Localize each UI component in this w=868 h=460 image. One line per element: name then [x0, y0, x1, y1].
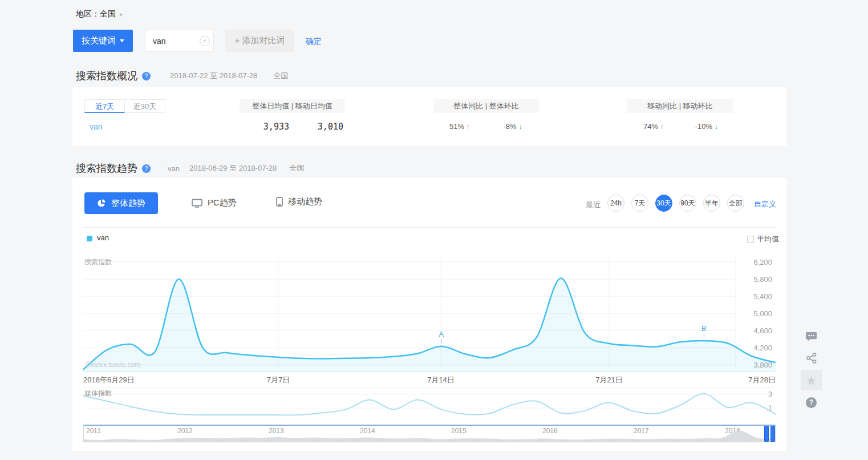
favorite-button[interactable]: ★	[801, 370, 822, 390]
add-compare-button[interactable]: + 添加对比词	[225, 30, 294, 52]
svg-text:3,800: 3,800	[753, 361, 772, 369]
trend-heading: 搜索指数趋势 ? van 2018-06-29 至 2018-07-28 全国	[76, 162, 304, 175]
svg-text:3: 3	[768, 390, 772, 398]
tab-overall-label: 整体趋势	[111, 198, 145, 209]
timeline-minimap	[84, 426, 775, 442]
feedback-button[interactable]	[801, 328, 822, 346]
range-30d[interactable]: 30天	[655, 195, 672, 212]
overall-qoq-cell: -8% ↓	[486, 122, 539, 131]
keyword-input-wrap: +	[145, 30, 214, 52]
keyword-input[interactable]	[145, 36, 200, 46]
mobile-avg-value: 3,010	[295, 122, 343, 132]
media-index-label: 媒体指数	[84, 389, 112, 398]
x-tick: 7月28日	[748, 375, 776, 385]
overview-help-icon[interactable]: ?	[142, 72, 151, 80]
overall-yoy-cell: 51% ↑	[433, 122, 486, 131]
tab-pc-label: PC趋势	[208, 197, 237, 208]
media-index-chart: 31	[83, 388, 776, 417]
overview-date-range: 2018-07-22 至 2018-07-28	[170, 71, 257, 81]
trend-region: 全国	[289, 163, 304, 173]
comment-icon	[805, 332, 817, 342]
range-half-year[interactable]: 半年	[703, 195, 720, 212]
overview-heading: 搜索指数概况 ? 2018-07-22 至 2018-07-28 全国	[76, 69, 288, 83]
timeline-handle-left[interactable]	[764, 426, 769, 442]
confirm-link[interactable]: 确定	[306, 37, 322, 47]
legend-label: van	[97, 233, 109, 242]
question-icon: ?	[806, 397, 817, 408]
overview-region: 全国	[273, 71, 288, 81]
timeline-handle-right[interactable]	[770, 426, 775, 442]
svg-text:4,600: 4,600	[753, 326, 772, 335]
add-keyword-icon[interactable]: +	[200, 36, 210, 46]
overview-card: 近7天 近30天 整体日均值 | 移动日均值 整体同比 | 整体环比 移动同比 …	[72, 87, 786, 146]
up-arrow-icon: ↑	[660, 122, 664, 131]
svg-text:5,400: 5,400	[753, 292, 772, 301]
keyword-link[interactable]: van	[90, 122, 103, 131]
x-axis-labels: 2018年6月29日 7月7日 7月14日 7月21日 7月28日	[83, 375, 776, 384]
tab-pc-trend[interactable]: PC趋势	[188, 197, 240, 209]
range-90d[interactable]: 90天	[679, 195, 696, 212]
trend-help-icon[interactable]: ?	[142, 164, 151, 173]
region-label: 地区：全国	[76, 9, 116, 19]
svg-text:5,800: 5,800	[753, 275, 772, 284]
trend-title: 搜索指数趋势	[76, 162, 137, 175]
legend-swatch	[87, 236, 92, 241]
share-button[interactable]	[801, 349, 822, 367]
share-icon	[806, 352, 817, 364]
media-index-section: 31 媒体指数	[83, 387, 776, 417]
baidu-index-page: 地区：全国 ▸ 按关键词 + + 添加对比词 确定 搜索指数概况 ? 2018-…	[0, 0, 868, 460]
region-selector[interactable]: 地区：全国 ▸	[76, 9, 123, 19]
average-toggle[interactable]: 平均值	[747, 234, 779, 244]
search-mode-button[interactable]: 按关键词	[73, 30, 133, 52]
svg-text:5,000: 5,000	[753, 309, 772, 318]
recent-label: 最近	[586, 200, 601, 210]
range-buttons: 24h 7天 30天 90天 半年 全部	[607, 195, 744, 212]
phone-icon	[276, 197, 283, 207]
x-tick: 7月7日	[267, 375, 290, 385]
caret-down-icon	[120, 39, 124, 42]
overview-title: 搜索指数概况	[76, 69, 137, 83]
down-arrow-icon: ↓	[518, 122, 522, 131]
up-arrow-icon: ↑	[467, 122, 470, 131]
mobile-qoq-cell: -10% ↓	[680, 122, 733, 131]
range-all[interactable]: 全部	[727, 195, 744, 212]
trend-keyword: van	[168, 164, 180, 173]
svg-text:4,200: 4,200	[753, 344, 772, 352]
custom-range-link[interactable]: 自定义	[754, 199, 776, 209]
pie-chart-icon	[97, 199, 106, 208]
watermark: ©index.baidu.com	[86, 361, 140, 369]
svg-text:6,200: 6,200	[753, 258, 772, 267]
average-label: 平均值	[757, 234, 779, 244]
svg-text:B: B	[701, 324, 707, 333]
down-arrow-icon: ↓	[715, 122, 719, 131]
table-row: van 3,933 3,010 51% ↑ -8% ↓ 74% ↑ -10% ↓	[72, 87, 786, 146]
star-icon: ★	[806, 374, 817, 386]
average-checkbox[interactable]	[747, 236, 754, 243]
svg-text:1: 1	[768, 404, 772, 412]
svg-text:A: A	[439, 330, 444, 338]
trend-date-range: 2018-06-29 至 2018-07-28	[189, 163, 277, 173]
trend-card: 整体趋势 PC趋势 移动趋势 最近 24h 7天 30天 90天 半年 全部 自…	[72, 178, 786, 451]
chevron-right-icon: ▸	[120, 10, 123, 18]
mobile-yoy-cell: 74% ↑	[627, 122, 680, 131]
side-toolbar: ★ ?	[801, 328, 822, 414]
search-index-chart: 6,2005,8005,4005,0004,6004,2003,800AB	[83, 255, 776, 373]
x-tick: 7月21日	[595, 375, 623, 385]
range-24h[interactable]: 24h	[607, 195, 624, 212]
monitor-icon	[192, 199, 202, 208]
timeline-scrubber[interactable]: 2011 2012 2013 2014 2015 2016 2017 2018	[83, 425, 776, 442]
overall-avg-value: 3,933	[241, 122, 289, 132]
tab-mobile-label: 移动趋势	[288, 196, 322, 207]
range-7d[interactable]: 7天	[631, 195, 648, 212]
tab-mobile-trend[interactable]: 移动趋势	[273, 196, 326, 208]
tab-overall-trend[interactable]: 整体趋势	[84, 192, 158, 214]
x-tick: 2018年6月29日	[83, 375, 135, 385]
x-tick: 7月14日	[427, 375, 455, 385]
search-mode-label: 按关键词	[82, 35, 116, 46]
divider	[83, 227, 776, 228]
help-button[interactable]: ?	[801, 393, 822, 411]
